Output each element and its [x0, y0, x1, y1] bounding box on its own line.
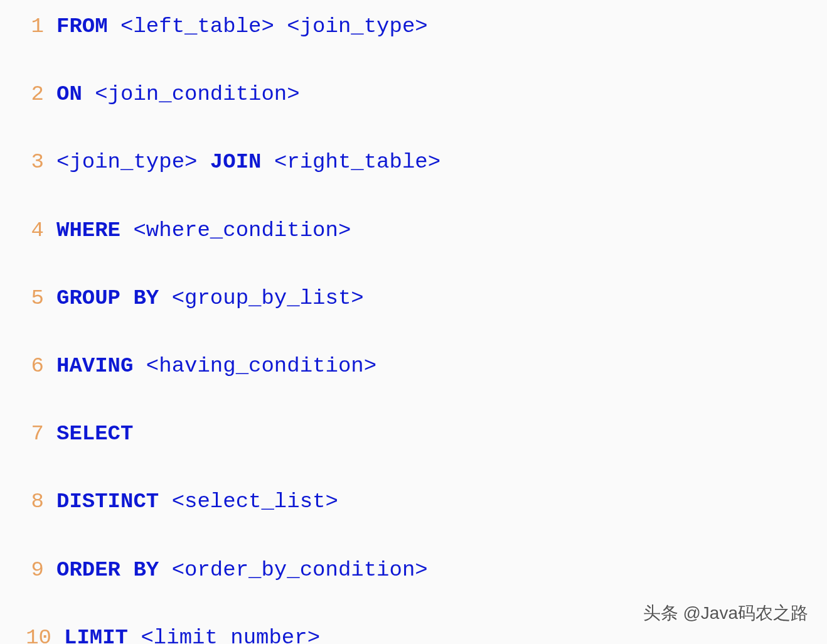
line-number: 5 — [25, 284, 56, 312]
placeholder-token: <join_type> — [56, 150, 197, 174]
keyword-token: DISTINCT — [56, 490, 159, 513]
code-content: LIMIT <limit_number> — [64, 624, 320, 644]
watermark: 头条 @Java码农之路 — [643, 601, 808, 625]
line-number: 9 — [25, 556, 56, 584]
code-content: HAVING <having_condition> — [56, 352, 376, 380]
code-line: 8DISTINCT <select_list> — [25, 488, 802, 515]
placeholder-token: <order_by_condition> — [172, 558, 428, 582]
placeholder-token: <left_table> — [120, 14, 274, 38]
placeholder-token: <join_type> — [287, 14, 427, 38]
code-content: <join_type> JOIN <right_table> — [56, 148, 440, 176]
code-line: 2ON <join_condition> — [25, 80, 802, 108]
code-content: WHERE <where_condition> — [56, 217, 351, 244]
placeholder-token: <join_condition> — [95, 82, 299, 106]
line-number: 4 — [25, 217, 56, 244]
code-line: 1FROM <left_table> <join_type> — [25, 13, 802, 40]
line-number: 2 — [25, 80, 56, 108]
keyword-token: JOIN — [210, 150, 262, 174]
keyword-token: ON — [56, 82, 82, 106]
line-number: 7 — [25, 420, 56, 448]
placeholder-token: <limit_number> — [141, 626, 320, 644]
placeholder-token: <select_list> — [172, 490, 338, 513]
code-line: 5GROUP BY <group_by_list> — [25, 284, 802, 312]
keyword-token: WHERE — [56, 218, 120, 242]
code-line: 3<join_type> JOIN <right_table> — [25, 148, 802, 176]
code-content: ORDER BY <order_by_condition> — [56, 556, 428, 584]
placeholder-token: <right_table> — [274, 150, 440, 174]
code-content: DISTINCT <select_list> — [56, 488, 338, 515]
line-number: 3 — [25, 148, 56, 176]
keyword-token: ORDER BY — [56, 558, 159, 582]
code-line: 7SELECT — [25, 420, 802, 448]
code-content: ON <join_condition> — [56, 80, 300, 108]
placeholder-token: <having_condition> — [146, 354, 376, 378]
keyword-token: HAVING — [56, 354, 133, 378]
code-content: SELECT — [56, 420, 133, 448]
keyword-token: SELECT — [56, 422, 133, 446]
placeholder-token: <where_condition> — [133, 218, 351, 242]
line-number: 6 — [25, 352, 56, 380]
line-number: 8 — [25, 488, 56, 515]
placeholder-token: <group_by_list> — [172, 286, 364, 310]
code-line: 6HAVING <having_condition> — [25, 352, 802, 380]
code-line: 9ORDER BY <order_by_condition> — [25, 556, 802, 584]
code-line: 4WHERE <where_condition> — [25, 217, 802, 244]
keyword-token: GROUP BY — [56, 286, 159, 310]
code-content: GROUP BY <group_by_list> — [56, 284, 364, 312]
code-block: 1FROM <left_table> <join_type>2ON <join_… — [25, 13, 802, 644]
keyword-token: FROM — [56, 14, 108, 38]
code-line: 10LIMIT <limit_number> — [25, 624, 802, 644]
line-number: 1 — [25, 13, 56, 40]
code-content: FROM <left_table> <join_type> — [56, 13, 428, 40]
keyword-token: LIMIT — [64, 626, 128, 644]
line-number: 10 — [25, 624, 64, 644]
